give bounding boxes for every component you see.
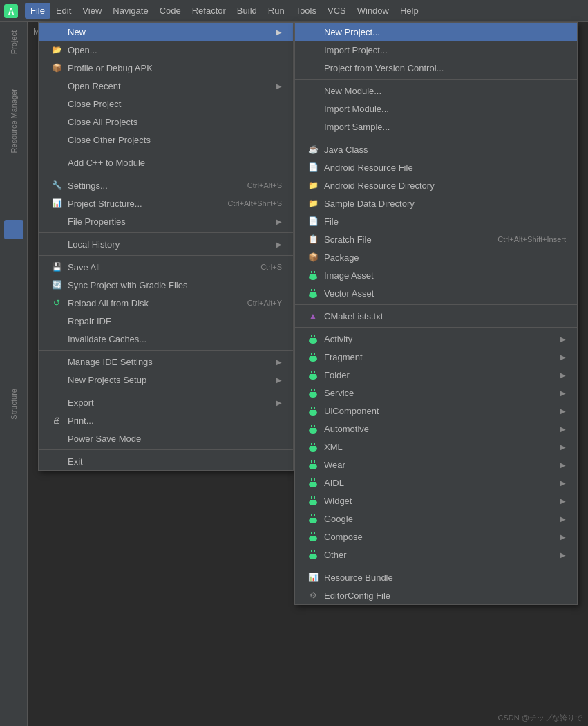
menu-window[interactable]: Window — [352, 3, 395, 19]
svg-rect-56 — [311, 532, 312, 534]
file-menu-new-projects-setup[interactable]: New Projects Setup ▶ — [39, 371, 293, 389]
svg-rect-41 — [314, 460, 315, 463]
new-submenu-scratch-file[interactable]: 📋 Scratch File Ctrl+Alt+Shift+Insert — [295, 230, 577, 248]
package-icon: 📦 — [306, 250, 320, 264]
new-submenu-cmake[interactable]: ▲ CMakeLists.txt — [295, 307, 577, 325]
svg-rect-11 — [310, 338, 316, 339]
file-icon: 📄 — [306, 214, 320, 228]
settings-icon: 🔧 — [50, 178, 64, 192]
new-submenu-uicomponent[interactable]: UiComponent ▶ — [295, 402, 577, 420]
new-submenu-android-resource-file[interactable]: 📄 Android Resource File — [295, 158, 577, 176]
cmake-icon: ▲ — [306, 309, 320, 323]
aidl-android-icon — [306, 476, 320, 490]
new-submenu-new-module[interactable]: New Module... — [295, 82, 577, 100]
file-menu-save-all[interactable]: 💾 Save All Ctrl+S — [39, 258, 293, 276]
new-submenu-vector-asset[interactable]: Vector Asset — [295, 284, 577, 302]
svg-rect-43 — [310, 482, 316, 483]
svg-rect-31 — [310, 428, 316, 429]
file-menu-exit[interactable]: Exit — [39, 452, 293, 470]
file-menu-close-all[interactable]: Close All Projects — [39, 113, 293, 131]
file-menu-new[interactable]: New ▶ — [39, 23, 293, 41]
new-submenu-android-resource-dir[interactable]: 📁 Android Resource Directory — [295, 176, 577, 194]
menu-tools[interactable]: Tools — [290, 3, 322, 19]
new-submenu-wear[interactable]: Wear ▶ — [295, 456, 577, 474]
sidebar-resource-manager[interactable]: Resource Manager — [7, 83, 21, 159]
file-menu-reload[interactable]: ↺ Reload All from Disk Ctrl+Alt+Y — [39, 294, 293, 312]
new-submenu-import-project[interactable]: Import Project... — [295, 41, 577, 59]
new-submenu-google[interactable]: Google ▶ — [295, 510, 577, 528]
menu-navigate[interactable]: Navigate — [107, 3, 153, 19]
new-submenu-import-sample[interactable]: Import Sample... — [295, 118, 577, 136]
svg-rect-35 — [310, 446, 316, 447]
new-submenu-other[interactable]: Other ▶ — [295, 546, 577, 564]
sep5 — [39, 350, 293, 351]
menu-build[interactable]: Build — [231, 3, 263, 19]
new-submenu-xml[interactable]: XML ▶ — [295, 438, 577, 456]
svg-rect-4 — [311, 271, 312, 273]
menu-file[interactable]: File — [25, 3, 50, 19]
file-menu-properties[interactable]: File Properties ▶ — [39, 212, 293, 230]
menu-code[interactable]: Code — [154, 3, 187, 19]
menu-view[interactable]: View — [77, 3, 107, 19]
new-submenu-new-project[interactable]: New Project... — [295, 23, 577, 41]
new-submenu-compose[interactable]: Compose ▶ — [295, 528, 577, 546]
svg-rect-44 — [311, 478, 312, 481]
sidebar-project[interactable]: Project — [7, 25, 21, 59]
reload-icon: ↺ — [50, 296, 64, 310]
file-menu-sync-gradle[interactable]: 🔄 Sync Project with Gradle Files — [39, 276, 293, 294]
new-submenu-editor-config[interactable]: ⚙ EditorConfig File — [295, 586, 577, 604]
sidebar-blue-button[interactable] — [4, 220, 23, 239]
new-submenu-sample-data-dir[interactable]: 📁 Sample Data Directory — [295, 194, 577, 212]
menu-vcs[interactable]: VCS — [322, 3, 352, 19]
new-submenu-import-module[interactable]: Import Module... — [295, 100, 577, 118]
svg-rect-23 — [310, 392, 316, 393]
file-menu-manage-ide[interactable]: Manage IDE Settings ▶ — [39, 353, 293, 371]
file-menu-close-project[interactable]: Close Project — [39, 95, 293, 113]
new-submenu-java-class[interactable]: ☕ Java Class — [295, 140, 577, 158]
file-menu-print[interactable]: 🖨 Print... — [39, 411, 293, 429]
file-menu-open[interactable]: 📂 Open... — [39, 41, 293, 59]
new-submenu-file[interactable]: 📄 File — [295, 212, 577, 230]
file-menu-open-recent[interactable]: Open Recent ▶ — [39, 77, 293, 95]
sep6 — [39, 391, 293, 391]
new-submenu-image-asset[interactable]: Image Asset — [295, 266, 577, 284]
file-menu-repair-ide[interactable]: Repair IDE — [39, 312, 293, 330]
new-submenu-service[interactable]: Service ▶ — [295, 384, 577, 402]
file-menu-add-cpp[interactable]: Add C++ to Module — [39, 153, 293, 171]
new-submenu-package[interactable]: 📦 Package — [295, 248, 577, 266]
file-menu-close-other[interactable]: Close Other Projects — [39, 131, 293, 149]
file-menu-export[interactable]: Export ▶ — [39, 393, 293, 411]
svg-rect-57 — [314, 532, 315, 534]
file-menu-project-structure[interactable]: 📊 Project Structure... Ctrl+Alt+Shift+S — [39, 194, 293, 212]
sidebar-structure[interactable]: Structure — [7, 383, 21, 425]
file-menu-power-save[interactable]: Power Save Mode — [39, 429, 293, 447]
menu-help[interactable]: Help — [395, 3, 424, 19]
app-icon: A — [3, 3, 19, 19]
file-menu-profile-apk[interactable]: 📦 Profile or Debug APK — [39, 59, 293, 77]
new-sep3 — [295, 304, 577, 305]
new-submenu-resource-bundle[interactable]: 📊 Resource Bundle — [295, 568, 577, 586]
new-submenu-folder[interactable]: Folder ▶ — [295, 366, 577, 384]
new-submenu-widget[interactable]: Widget ▶ — [295, 492, 577, 510]
menu-refactor[interactable]: Refactor — [187, 3, 231, 19]
folder-android-icon — [306, 368, 320, 382]
file-menu-settings[interactable]: 🔧 Settings... Ctrl+Alt+S — [39, 176, 293, 194]
new-submenu-vcs-project[interactable]: Project from Version Control... — [295, 59, 577, 77]
menu-edit[interactable]: Edit — [50, 3, 77, 19]
new-submenu-automotive[interactable]: Automotive ▶ — [295, 420, 577, 438]
uicomponent-android-icon — [306, 404, 320, 418]
sep1 — [39, 151, 293, 151]
java-icon: ☕ — [306, 142, 320, 156]
menu-run[interactable]: Run — [263, 3, 290, 19]
svg-rect-17 — [314, 353, 315, 355]
svg-rect-25 — [314, 389, 315, 391]
file-menu-invalidate-caches[interactable]: Invalidate Caches... — [39, 330, 293, 348]
apk-icon: 📦 — [50, 61, 64, 75]
left-sidebar: Project Resource Manager Structure — [0, 22, 28, 726]
new-submenu-activity[interactable]: Activity ▶ — [295, 330, 577, 348]
new-submenu-fragment[interactable]: Fragment ▶ — [295, 348, 577, 366]
file-menu-local-history[interactable]: Local History ▶ — [39, 235, 293, 253]
new-submenu-aidl[interactable]: AIDL ▶ — [295, 474, 577, 492]
new-icon — [50, 25, 64, 39]
vector-asset-icon — [306, 286, 320, 300]
